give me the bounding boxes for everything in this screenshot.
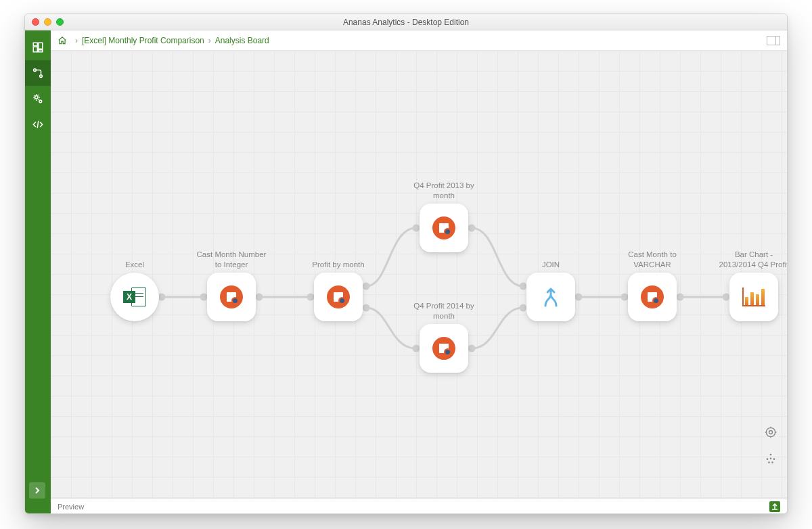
svg-point-15 [770, 454, 772, 456]
svg-rect-3 [39, 50, 43, 52]
node-excel[interactable]: Excel X [110, 273, 159, 321]
node-label: Cast Month Number to Integer [194, 250, 269, 270]
breadcrumb-item-board[interactable]: Analysis Board [215, 36, 269, 45]
footer-preview-label[interactable]: Preview [58, 503, 84, 511]
svg-point-6 [35, 96, 39, 99]
upload-icon [771, 503, 778, 510]
center-view-button[interactable] [764, 426, 777, 439]
upload-button[interactable] [769, 501, 780, 512]
sidebar-item-code[interactable] [25, 112, 51, 137]
sidebar-item-flow[interactable] [25, 60, 51, 86]
sql-transform-icon [327, 285, 350, 308]
node-label: Bar Chart - 2013/2014 Q4 Profit [717, 250, 788, 270]
footer-bar: Preview [51, 499, 787, 513]
svg-rect-2 [33, 47, 37, 52]
node-label: Q4 Profit 2013 by month [407, 181, 481, 201]
sidebar [25, 30, 51, 513]
breadcrumb-separator: › [208, 36, 211, 45]
home-icon[interactable] [58, 36, 67, 45]
node-label: Cast Month to VARCHAR [615, 250, 690, 270]
bar-chart-icon [742, 288, 765, 306]
svg-point-18 [768, 461, 770, 463]
connectors-layer [51, 51, 787, 499]
panel-toggle-button[interactable] [767, 36, 780, 45]
node-label: Profit by month [301, 260, 376, 270]
svg-rect-1 [39, 43, 43, 49]
flow-icon [32, 67, 44, 79]
sidebar-item-settings[interactable] [25, 86, 51, 112]
sql-transform-icon [432, 337, 455, 360]
node-label: Q4 Profit 2014 by month [407, 301, 481, 321]
dashboard-icon [32, 41, 44, 53]
node-bar-chart[interactable]: Bar Chart - 2013/2014 Q4 Profit [729, 273, 778, 321]
svg-point-16 [767, 458, 769, 460]
sql-transform-icon [432, 216, 455, 239]
join-icon [542, 287, 560, 307]
node-profit-by-month[interactable]: Profit by month [314, 273, 363, 321]
breadcrumb-bar: › [Excel] Monthly Profit Comparison › An… [51, 30, 787, 51]
main-area: › [Excel] Monthly Profit Comparison › An… [51, 30, 787, 513]
app-window: Ananas Analytics - Desktop Edition [24, 14, 788, 514]
node-label: Excel [97, 260, 172, 270]
window-title: Ananas Analytics - Desktop Edition [25, 18, 787, 27]
flow-canvas[interactable]: Excel X Cast Month Number to Integer Pro… [51, 51, 787, 499]
node-join[interactable]: JOIN [526, 273, 575, 321]
svg-point-17 [773, 458, 775, 460]
gears-icon [32, 93, 44, 105]
sidebar-item-dashboard[interactable] [25, 34, 51, 60]
node-q4-profit-2014[interactable]: Q4 Profit 2014 by month [420, 324, 468, 373]
sidebar-collapse-button[interactable] [29, 482, 45, 499]
svg-point-7 [39, 100, 42, 103]
sql-transform-icon [641, 285, 664, 308]
svg-point-20 [770, 458, 772, 460]
svg-point-13 [766, 428, 775, 436]
node-cast-month-int[interactable]: Cast Month Number to Integer [207, 273, 256, 321]
svg-point-4 [34, 69, 37, 72]
node-label: JOIN [514, 260, 588, 270]
titlebar: Ananas Analytics - Desktop Edition [25, 14, 787, 30]
svg-point-5 [40, 75, 43, 78]
svg-rect-0 [33, 43, 37, 46]
canvas-tools [764, 426, 777, 465]
node-q4-profit-2013[interactable]: Q4 Profit 2013 by month [420, 204, 468, 252]
sql-transform-icon [220, 285, 243, 308]
svg-point-14 [769, 431, 773, 434]
breadcrumb-item-project[interactable]: [Excel] Monthly Profit Comparison [82, 36, 204, 45]
chevron-right-icon [34, 487, 41, 494]
excel-icon: X [123, 285, 146, 308]
breadcrumb-separator: › [75, 36, 78, 45]
auto-layout-button[interactable] [764, 451, 777, 465]
code-icon [32, 118, 44, 131]
node-cast-varchar[interactable]: Cast Month to VARCHAR [628, 273, 677, 321]
svg-point-19 [771, 461, 773, 463]
